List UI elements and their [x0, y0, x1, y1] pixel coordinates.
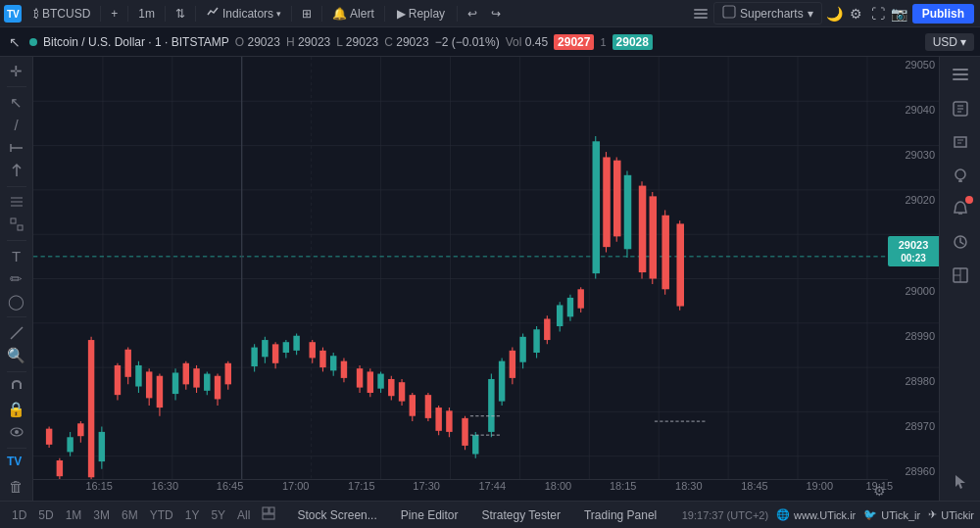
top-bar-right: Supercharts ▾ 🌙 ⚙ ⛶ 📷 Publish: [692, 2, 980, 24]
svg-rect-93: [341, 361, 347, 378]
lock-tool[interactable]: 🔒: [3, 400, 30, 420]
price-label-29040: 29040: [888, 104, 939, 116]
svg-rect-135: [577, 289, 583, 308]
svg-rect-139: [603, 157, 611, 247]
period-5d[interactable]: 5D: [32, 506, 59, 524]
interval-selector[interactable]: 1m: [132, 5, 161, 23]
svg-rect-70: [204, 374, 210, 391]
time-label-1900: 19:00: [806, 480, 833, 492]
chevron-down-icon: ▾: [808, 7, 813, 21]
indicators-label: Indicators: [222, 7, 273, 21]
measure-tool[interactable]: [3, 322, 30, 343]
cursor-tool[interactable]: ↖: [3, 92, 30, 113]
symbol-selector[interactable]: ₿ BTCUSD: [27, 5, 96, 23]
pine-editor-button[interactable]: Pine Editor: [393, 506, 466, 524]
period-ytd[interactable]: YTD: [144, 506, 179, 524]
period-selector: 1D 5D 1M 3M 6M YTD 1Y 5Y All: [6, 504, 281, 525]
separator: [7, 448, 26, 449]
period-all[interactable]: All: [231, 506, 256, 524]
text-tool[interactable]: T: [3, 246, 30, 266]
currency-selector[interactable]: USD ▾: [925, 33, 974, 51]
pattern-tool[interactable]: [3, 215, 30, 235]
symbol-label: BTCUSD: [42, 7, 90, 21]
svg-rect-83: [283, 342, 289, 353]
supercharts-label: Supercharts: [740, 7, 804, 21]
brush-tool[interactable]: ✏: [3, 268, 30, 289]
svg-rect-99: [377, 374, 383, 389]
svg-rect-113: [462, 418, 467, 446]
redo-button[interactable]: ↪: [485, 5, 507, 23]
data-window-button[interactable]: [946, 94, 975, 123]
add-symbol-button[interactable]: +: [105, 5, 123, 23]
cursor-tool[interactable]: ↖: [6, 33, 24, 51]
watchlist-icon[interactable]: [692, 5, 710, 23]
trading-panel-button[interactable]: Trading Panel: [576, 506, 664, 524]
svg-rect-89: [319, 351, 325, 367]
svg-line-13: [11, 327, 23, 339]
svg-rect-121: [510, 351, 515, 378]
publish-button[interactable]: Publish: [912, 4, 974, 24]
svg-rect-97: [368, 371, 373, 393]
stock-screener-button[interactable]: Stock Screen...: [289, 506, 384, 524]
svg-rect-147: [650, 196, 658, 278]
crosshair-tool[interactable]: ✛: [3, 61, 30, 81]
chart-settings-icon[interactable]: ⚙: [873, 483, 886, 499]
period-1m[interactable]: 1M: [60, 506, 88, 524]
svg-rect-111: [446, 410, 452, 432]
undo-button[interactable]: ↩: [462, 5, 483, 23]
chart-layout-icon[interactable]: [256, 504, 281, 525]
currency-label: USD: [933, 35, 957, 49]
period-1y[interactable]: 1Y: [179, 506, 206, 524]
line-tool[interactable]: /: [3, 115, 30, 135]
indicators-button[interactable]: Indicators ▾: [200, 3, 287, 24]
svg-rect-64: [172, 372, 178, 394]
templates-button[interactable]: ⊞: [296, 5, 318, 23]
news-button[interactable]: [946, 127, 975, 157]
moon-icon[interactable]: 🌙: [826, 5, 844, 23]
svg-rect-91: [330, 356, 336, 370]
magnet-tool[interactable]: [3, 376, 30, 397]
separator: [7, 240, 26, 241]
svg-rect-107: [425, 395, 431, 418]
period-5y[interactable]: 5Y: [205, 506, 231, 524]
svg-rect-85: [293, 336, 299, 351]
eye-tool[interactable]: [3, 422, 30, 443]
change-label: −2 (−0.01%): [435, 35, 500, 49]
pitchfork-tool[interactable]: [3, 161, 30, 181]
snapshot-icon[interactable]: 📷: [891, 5, 908, 23]
supercharts-button[interactable]: Supercharts ▾: [713, 2, 822, 24]
svg-rect-119: [499, 361, 505, 402]
alert-button[interactable]: 🔔 Alert: [326, 5, 380, 23]
chart-layout-button[interactable]: [946, 261, 975, 290]
period-1d[interactable]: 1D: [6, 506, 32, 524]
trash-tool[interactable]: 🗑: [3, 476, 30, 497]
replay-button[interactable]: ▶ Replay: [389, 5, 453, 23]
alerts-badge: [965, 196, 973, 204]
fullscreen-icon[interactable]: ⛶: [869, 5, 887, 23]
watchlist-button[interactable]: [946, 61, 975, 90]
interval-label: 1m: [138, 7, 155, 21]
ideas-button[interactable]: [946, 161, 975, 190]
calendar-button[interactable]: [946, 227, 975, 257]
utick-twitter-logo: 🐦 UTick_ir: [863, 508, 920, 521]
horizontal-ray-tool[interactable]: [3, 137, 30, 158]
time-label-1845: 18:45: [741, 480, 768, 492]
utick-telegram-logo: ✈ UTickir: [928, 508, 974, 521]
chart-area[interactable]: 29050 29040 29030 29020 29010 29000 2899…: [33, 57, 939, 501]
compare-button[interactable]: ⇅: [170, 5, 191, 23]
svg-rect-54: [115, 365, 121, 395]
utick-twitter-label: UTick_ir: [881, 509, 920, 521]
alerts-button[interactable]: [946, 194, 975, 223]
settings-icon[interactable]: ⚙: [848, 5, 865, 23]
tradingview-logo[interactable]: TV: [4, 5, 22, 23]
zoom-tool[interactable]: 🔍: [3, 345, 30, 365]
utick-web-logo: 🌐 www.UTick.ir: [776, 508, 856, 521]
shape-tool[interactable]: ◯: [3, 291, 30, 312]
period-6m[interactable]: 6M: [116, 506, 144, 524]
fib-tool[interactable]: [3, 192, 30, 213]
period-3m[interactable]: 3M: [87, 506, 116, 524]
strategy-tester-button[interactable]: Strategy Tester: [474, 506, 568, 524]
chevron-down-icon: ▾: [960, 35, 966, 49]
replay-icon: ▶: [397, 7, 406, 21]
current-candle-time: 00:23: [892, 252, 935, 264]
